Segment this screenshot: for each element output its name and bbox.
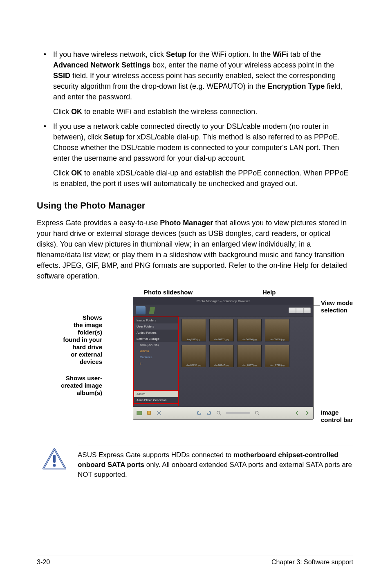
zoom-in-icon[interactable] [254,410,260,416]
callout-controlbar: Image control bar [321,409,353,424]
pane-external-storage[interactable]: External Storage [134,336,178,342]
text: created image [57,382,102,389]
delete-icon[interactable] [156,410,162,416]
svg-rect-1 [148,411,151,415]
zoom-out-icon[interactable] [216,410,222,416]
text: Shows [57,314,102,321]
thumbnail[interactable]: dsc_1790.jpg [265,345,289,367]
text: Click [53,108,71,116]
window-title: Photo Manager – Splashtop Browser [133,297,313,305]
bullet-wifi-body: If you have wireless network, click Setu… [53,49,353,117]
next-icon[interactable] [304,410,310,416]
pane-user-folders: User Folders [134,323,178,330]
ans-label: Advanced Network Settings [53,61,150,69]
pane-added-folders[interactable]: Added Folders [134,330,178,336]
connector-line [313,414,320,414]
text: box, enter the name of your wireless acc… [150,61,334,69]
thumbnail[interactable]: dsc04584.jpg [237,319,262,341]
enc-label: Encryption Type [268,82,325,90]
prev-icon[interactable] [294,410,300,416]
text: found in your [57,336,102,343]
callout-viewmode: View mode selection [321,299,353,314]
chapter-label: Chapter 3: Software support [271,559,353,566]
setup-label: Setup [166,50,186,58]
thumbnail[interactable]: dsc00147.jpg [209,345,234,367]
text: hard drive [57,343,102,351]
callout-folders: Shows the image folder(s) found in your … [57,314,102,366]
screenshot-photo-manager: Photo Manager – Splashtop Browser Image … [133,297,314,420]
copy-icon[interactable] [146,410,152,416]
text: selection [321,307,353,314]
text: devices [57,358,102,366]
svg-point-4 [256,411,258,414]
text: or external [57,351,102,358]
pane-album-item[interactable]: Asus Photo Collection [134,397,178,403]
text: Shows user- [57,375,102,382]
text: ASUS Express Gate supports HDDs connecte… [78,451,233,459]
ok-label: OK [71,169,82,177]
text: Click [53,169,71,177]
text: View mode [321,299,353,307]
callout-slideshow: Photo slideshow [144,289,193,296]
svg-line-3 [220,414,221,415]
bullet-wifi: • If you have wireless network, click Se… [37,49,353,117]
wifi-label: WiFi [273,50,288,58]
toolbar-thumb-icon[interactable] [136,306,146,314]
wifi-sub: Click OK to enable WiFi and establish th… [53,106,353,117]
pane-folder-jp[interactable]: jp [134,360,178,366]
caution-note: ASUS Express Gate supports HDDs connecte… [37,446,353,484]
pm-label: Photo Manager [160,219,213,227]
zoom-slider[interactable] [226,412,250,414]
thumbnail[interactable]: dsc00066.jpg [265,319,289,341]
setup-label: Setup [104,133,124,141]
text: Express Gate provides a easy-to-use [37,219,160,227]
callout-help: Help [262,289,276,296]
thumbnail[interactable]: dsc00371.jpg [209,319,234,341]
heading-photo-manager: Using the Photo Manager [37,200,353,211]
bullet-dot: • [37,121,53,189]
text: control bar [321,416,353,424]
rotate-left-icon[interactable] [196,410,202,416]
text: for the WiFi option. In the [186,50,273,58]
text: that allows you to view pictures stored … [37,219,347,280]
bullet-dot: • [37,49,53,117]
pane-header-album: Album [134,391,178,397]
thumbnail[interactable]: dsc00736.jpg [182,345,206,367]
text: Image [321,409,353,416]
svg-rect-6 [53,455,56,463]
svg-point-7 [53,464,56,467]
ssid-label: SSID [53,72,70,80]
rotate-right-icon[interactable] [206,410,212,416]
view-full-button[interactable] [304,308,310,313]
toolbar [133,305,313,316]
pane-folder-kubota[interactable]: kubota [134,348,178,354]
bullet-pppoe: • If you use a network cable connected d… [37,121,353,189]
view-grid-button[interactable] [289,308,296,313]
album-icon[interactable] [137,410,142,416]
text: to enable WiFi and establish the wireles… [82,108,257,116]
thumbnail-grid[interactable]: img6590.jpg dsc00371.jpg dsc04584.jpg ds… [179,316,313,406]
paragraph-photo-manager: Express Gate provides a easy-to-use Phot… [37,218,353,281]
album-pane[interactable]: Album Asus Photo Collection [133,390,179,404]
page-number: 3-20 [37,559,50,566]
thumbnail[interactable]: dsc_0177.jpg [237,345,262,367]
slideshow-icon[interactable] [149,307,155,314]
connector-line [313,305,320,305]
connector-line [103,342,133,342]
pppoe-sub: Click OK to enable xDSL/cable dial-up an… [53,168,353,189]
pane-folder-captures[interactable]: Captures [134,354,178,360]
pane-device[interactable]: sdb1(DV9.95) [134,342,178,348]
view-list-button[interactable] [296,308,303,313]
callout-albums: Shows user- created image album(s) [57,375,102,397]
note-text: ASUS Express Gate supports HDDs connecte… [78,446,353,484]
thumbnail[interactable]: img6590.jpg [182,319,206,341]
text: folder(s) [57,329,102,336]
view-mode-group [289,307,311,313]
text: to enable xDSL/cable dial-up and establi… [53,169,348,188]
figure-photo-manager: Photo slideshow Help View mode selection… [37,289,353,436]
ok-label: OK [71,108,82,116]
svg-rect-0 [137,411,142,415]
pane-header-image-folders: Image Folders [134,317,178,323]
svg-point-2 [217,411,220,414]
connector-line [103,387,133,387]
